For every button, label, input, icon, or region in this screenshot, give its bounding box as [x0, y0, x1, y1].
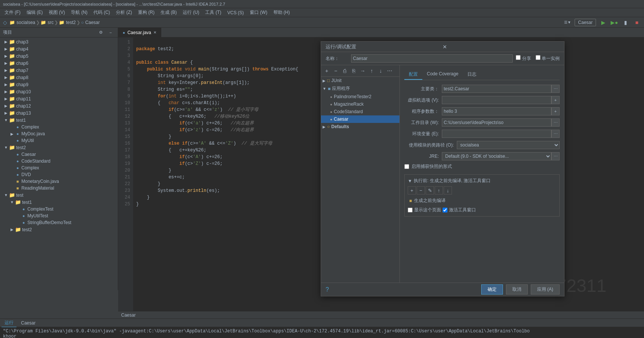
tree-item-chap5[interactable]: ▶ 📁 chap5 — [0, 52, 118, 60]
menu-generate[interactable]: 生成 (B) — [158, 9, 180, 16]
run-down-btn[interactable]: ↓ — [377, 67, 385, 75]
run-name-input[interactable] — [351, 54, 513, 63]
tree-item-myutil[interactable]: ● MyUtil — [0, 137, 118, 144]
run-dialog-close-btn[interactable]: ✕ — [443, 44, 560, 50]
env-vars-browse[interactable]: ⋯ — [551, 130, 560, 138]
run-item-palindrome[interactable]: ● PalindromeTester2 — [321, 93, 399, 100]
before-add-btn[interactable]: + — [408, 186, 416, 194]
tree-item-chap9[interactable]: ▶ 📁 chap9 — [0, 81, 118, 88]
vm-options-input[interactable] — [442, 96, 551, 104]
run-add-btn[interactable]: + — [323, 67, 331, 75]
vm-options-browse[interactable]: + — [551, 96, 560, 104]
main-class-input[interactable] — [442, 85, 551, 93]
tree-item-chap10[interactable]: ▶ 📁 chap10 — [0, 88, 118, 95]
before-up-btn[interactable]: ↑ — [435, 186, 443, 194]
tree-item-test2[interactable]: ▼ 📁 test2 — [0, 144, 118, 151]
run-section-junit[interactable]: ▶ □ JUnit — [321, 77, 399, 84]
tree-item-chap13[interactable]: ▶ 📁 chap13 — [0, 109, 118, 117]
run-up-btn[interactable]: ↑ — [368, 67, 376, 75]
run-move-to-btn[interactable]: → — [359, 67, 367, 75]
help-icon[interactable]: ? — [326, 286, 329, 293]
single-instance-checkbox[interactable] — [536, 55, 540, 60]
tree-item-test[interactable]: ▼ 📁 test — [0, 191, 118, 199]
tree-item-complex-t2[interactable]: ● Complex — [0, 165, 118, 171]
run-save-btn[interactable]: ⎘ — [350, 67, 358, 75]
editor-tab-caesar[interactable]: ● Caesar.java ✕ — [118, 28, 161, 37]
cancel-button[interactable]: 取消 — [506, 284, 528, 295]
menu-nav[interactable]: 导航 (N) — [68, 9, 90, 16]
ok-button[interactable]: 确定 — [481, 284, 503, 295]
tree-item-monetarycoin[interactable]: ■ MonetaryCoin.java — [0, 178, 118, 185]
work-dir-input[interactable] — [442, 118, 551, 127]
project-collapse-btn[interactable]: − — [107, 28, 115, 37]
run-item-caesar[interactable]: ● Caesar — [321, 115, 399, 123]
tree-item-chap12[interactable]: ▶ 📁 chap12 — [0, 102, 118, 109]
config-tab-log[interactable]: 日志 — [463, 70, 481, 80]
run-item-magazinerack[interactable]: ● MagazineRack — [321, 100, 399, 108]
run-more-btn[interactable]: ⋯ — [386, 67, 394, 75]
run-section-defaults[interactable]: ▶ ○ Defaults — [321, 123, 399, 130]
run-item-codestandard[interactable]: ● CodeStandard — [321, 108, 399, 115]
menu-view[interactable]: 视图 (V) — [46, 9, 68, 16]
run-remove-btn[interactable]: − — [332, 67, 340, 75]
menu-vcs[interactable]: VCS (S) — [224, 9, 247, 16]
before-remove-btn[interactable]: − — [417, 186, 425, 194]
project-settings-btn[interactable]: ⚙ — [97, 28, 105, 37]
menu-tools[interactable]: 工具 (T) — [202, 9, 224, 16]
config-tab-coverage[interactable]: Code Coverage — [422, 70, 463, 80]
debug-btn[interactable]: ▶● — [610, 18, 618, 27]
main-class-browse[interactable]: ⋯ — [551, 85, 560, 93]
before-edit-btn[interactable]: ✎ — [426, 186, 434, 194]
tab-close-btn[interactable]: ✕ — [153, 30, 156, 34]
tree-item-complextest[interactable]: ● ComplexTest — [0, 206, 118, 212]
tree-item-codestandard[interactable]: ● CodeStandard — [0, 158, 118, 165]
tree-item-chap3[interactable]: ▶ 📁 chap3 — [0, 38, 118, 45]
menu-code[interactable]: 代码 (C) — [90, 9, 113, 16]
breadcrumb-caesar[interactable]: ○ Caesar — [81, 20, 100, 25]
run-section-app[interactable]: ▼ ■ 应用程序 — [321, 84, 399, 93]
tree-item-myutiltest[interactable]: ● MyUtilTest — [0, 212, 118, 219]
tree-item-test1[interactable]: ▼ 📁 test1 — [0, 117, 118, 124]
work-dir-browse[interactable]: ⋯ — [551, 118, 560, 127]
activate-tool-checkbox[interactable] — [443, 208, 447, 212]
stop-btn[interactable]: ■ — [633, 18, 641, 27]
config-list-btn[interactable]: ☰▼ — [563, 18, 572, 27]
prog-args-input[interactable] — [442, 107, 551, 115]
jre-browse[interactable]: ⋯ — [551, 152, 560, 160]
bottom-tab-run[interactable]: 运行 — [2, 319, 17, 327]
bottom-tab-caesar[interactable]: Caesar — [18, 320, 39, 326]
jre-select[interactable]: Default (9.0 - SDK of 'socialse... — [442, 152, 551, 160]
before-item-compile[interactable]: ■ 生成之前先编译 — [408, 197, 556, 205]
menu-refactor[interactable]: 重构 (R) — [135, 9, 158, 16]
show-page-checkbox[interactable] — [408, 208, 413, 212]
tree-item-chap7[interactable]: ▶ 📁 chap7 — [0, 67, 118, 74]
tree-item-mydoc[interactable]: ▶ ● MyDoc.java — [0, 130, 118, 137]
menu-help[interactable]: 帮助 (H) — [270, 9, 293, 16]
apply-button[interactable]: 应用 (A) — [531, 284, 560, 295]
tree-item-chap4[interactable]: ▶ 📁 chap4 — [0, 45, 118, 52]
before-down-btn[interactable]: ↓ — [444, 186, 452, 194]
tree-item-test1sub[interactable]: ▼ 📁 test1 — [0, 199, 118, 206]
tree-item-readingmaterial[interactable]: ■ ReadingMaterial — [0, 185, 118, 191]
run-copy-btn[interactable]: ⎙ — [341, 67, 349, 75]
breadcrumb-src[interactable]: 📁 src — [41, 20, 54, 25]
menu-run[interactable]: 运行 (U) — [180, 9, 202, 16]
tree-item-dvd[interactable]: ● DVD — [0, 171, 118, 178]
tree-item-test2sub[interactable]: ▶ 📁 test2 — [0, 226, 118, 233]
module-path-select[interactable]: socialsea — [457, 141, 560, 149]
breadcrumb-test2[interactable]: 📁 test2 — [59, 20, 76, 25]
breadcrumb-socialsea[interactable]: 📁 socialsea — [9, 20, 35, 25]
menu-window[interactable]: 窗口 (W) — [247, 9, 270, 16]
snapshot-checkbox[interactable] — [404, 164, 409, 169]
tree-item-caesar[interactable]: ● Caesar — [0, 151, 118, 158]
tree-item-chap11[interactable]: ▶ 📁 chap11 — [0, 95, 118, 102]
prog-args-browse[interactable]: + — [551, 107, 560, 115]
share-checkbox[interactable] — [516, 55, 521, 60]
tree-item-chap6[interactable]: ▶ 📁 chap6 — [0, 60, 118, 67]
menu-analyze[interactable]: 分析 (Z) — [113, 9, 135, 16]
env-vars-input[interactable] — [442, 130, 551, 138]
tree-item-stringbufferdemotest[interactable]: ● StringBufferDemoTest — [0, 219, 118, 226]
run-btn[interactable]: ▶ — [599, 18, 607, 27]
coverage-btn[interactable]: ▮ — [621, 18, 630, 27]
tree-item-complex-t1[interactable]: ● Complex — [0, 124, 118, 130]
